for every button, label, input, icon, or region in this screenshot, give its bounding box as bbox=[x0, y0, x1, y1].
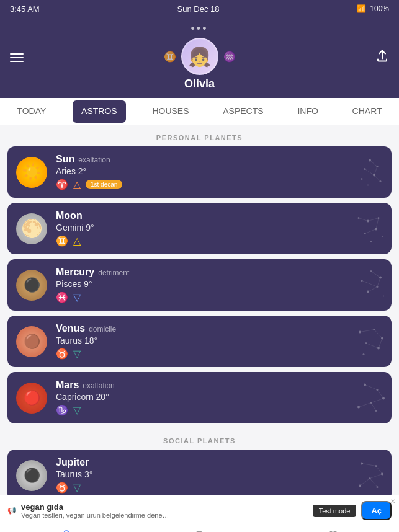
zodiac-signs: ♊ 👧 ♒ bbox=[164, 38, 236, 75]
constellation-mercury bbox=[352, 268, 387, 302]
symbol-taurus2: ♉ bbox=[56, 482, 68, 494]
tab-bar: TODAY ASTROS HOUSES ASPECTS INFO CHART bbox=[0, 98, 399, 125]
svg-line-31 bbox=[368, 286, 377, 291]
ad-close-icon[interactable]: ✕ bbox=[390, 498, 395, 505]
status-bar: 3:45 AM Sun Dec 18 📶 100% bbox=[0, 0, 399, 17]
svg-point-6 bbox=[367, 184, 369, 185]
planet-icon-venus: 🟤 bbox=[16, 326, 47, 357]
svg-line-61 bbox=[370, 474, 382, 478]
symbol-pisces: ♓ bbox=[56, 291, 68, 303]
constellation-jupiter bbox=[352, 458, 387, 492]
share-button[interactable] bbox=[375, 50, 389, 66]
bottom-nav-social[interactable]: Social bbox=[266, 529, 399, 532]
ad-cta-button[interactable]: Aç bbox=[361, 501, 392, 520]
svg-point-37 bbox=[363, 353, 365, 355]
planet-position-moon: Gemini 9° bbox=[56, 223, 383, 233]
planet-position-venus: Taurus 18° bbox=[56, 335, 383, 345]
header-center: ••• ♊ 👧 ♒ Olivia bbox=[164, 22, 236, 91]
symbol-capricorn: ♑ bbox=[56, 404, 68, 416]
svg-line-49 bbox=[377, 389, 383, 398]
tab-chart[interactable]: CHART bbox=[344, 98, 391, 125]
bottom-nav-charts[interactable]: Charts bbox=[133, 529, 266, 532]
planet-icon-mercury: ⚫ bbox=[16, 270, 47, 301]
tab-houses[interactable]: HOUSES bbox=[143, 98, 197, 125]
svg-line-9 bbox=[365, 169, 374, 175]
planet-qualifier-venus: domicile bbox=[89, 325, 116, 334]
symbol-earth: ▽ bbox=[73, 348, 81, 360]
planet-name-moon: Moon bbox=[56, 210, 83, 221]
status-time: 3:45 AM bbox=[10, 4, 40, 14]
planet-position-sun: Aries 2° bbox=[56, 166, 383, 176]
planet-card-mercury[interactable]: ⚫ Mercury detriment Pisces 9° ♓ ▽ bbox=[7, 259, 392, 311]
avatar[interactable]: 👧 bbox=[181, 38, 218, 75]
planet-icon-jupiter: ⚫ bbox=[16, 460, 47, 491]
bottom-nav-profile[interactable]: Profile bbox=[0, 529, 133, 532]
svg-line-50 bbox=[371, 398, 383, 402]
planet-symbols-jupiter: ♉ ▽ bbox=[56, 482, 383, 494]
svg-line-40 bbox=[379, 338, 382, 348]
svg-point-27 bbox=[383, 295, 384, 296]
planet-position-jupiter: Taurus 3° bbox=[56, 469, 383, 479]
section-personal-label: PERSONAL PLANETS bbox=[7, 125, 392, 146]
svg-line-39 bbox=[374, 329, 382, 338]
planet-icon-sun: ☀️ bbox=[16, 157, 47, 188]
svg-line-41 bbox=[366, 343, 379, 348]
planet-card-moon[interactable]: 🌕 Moon Gemini 9° ♊ △ bbox=[7, 203, 392, 254]
planet-symbols-moon: ♊ △ bbox=[56, 235, 383, 247]
charts-icon bbox=[192, 529, 206, 532]
planet-icon-moon: 🌕 bbox=[16, 213, 47, 244]
ad-test-badge: Test mode bbox=[313, 505, 357, 517]
planet-icon-mars: 🔴 bbox=[16, 383, 47, 414]
svg-line-19 bbox=[368, 218, 379, 221]
planet-name-venus: Venus bbox=[56, 323, 85, 334]
share-icon bbox=[375, 52, 389, 66]
symbol-fire: △ bbox=[73, 179, 81, 190]
tab-aspects[interactable]: ASPECTS bbox=[214, 98, 272, 125]
symbol-earth3: ▽ bbox=[73, 482, 81, 494]
svg-line-7 bbox=[370, 160, 377, 166]
bottom-nav: Profile Charts Social bbox=[0, 526, 399, 532]
planet-name-mercury: Mercury bbox=[56, 267, 94, 278]
ad-title: vegan gıda bbox=[21, 502, 308, 512]
symbol-water: ▽ bbox=[73, 291, 81, 303]
svg-line-18 bbox=[359, 218, 368, 221]
tab-astros[interactable]: ASTROS bbox=[73, 100, 126, 123]
svg-line-8 bbox=[374, 166, 377, 175]
planet-info-sun: Sun exaltation Aries 2° ♈ △ 1st decan bbox=[56, 154, 383, 190]
menu-button[interactable] bbox=[10, 53, 24, 62]
profile-icon bbox=[60, 529, 73, 532]
svg-line-10 bbox=[374, 175, 380, 181]
symbol-air: △ bbox=[73, 235, 81, 247]
svg-point-17 bbox=[370, 241, 372, 242]
planet-name-sun: Sun bbox=[56, 154, 74, 165]
symbol-gemini: ♊ bbox=[56, 235, 68, 247]
svg-line-52 bbox=[371, 402, 376, 410]
header: ••• ♊ 👧 ♒ Olivia bbox=[0, 17, 399, 98]
planet-card-sun[interactable]: ☀️ Sun exaltation Aries 2° ♈ △ 1st decan bbox=[7, 146, 392, 198]
svg-line-48 bbox=[365, 384, 377, 389]
ad-indicator: 📢 bbox=[7, 507, 16, 515]
planet-info-mercury: Mercury detriment Pisces 9° ♓ ▽ bbox=[56, 267, 383, 303]
planet-info-mars: Mars exaltation Capricorn 20° ♑ ▽ bbox=[56, 379, 383, 416]
tab-info[interactable]: INFO bbox=[289, 98, 326, 125]
svg-line-62 bbox=[360, 478, 370, 485]
svg-point-16 bbox=[382, 236, 383, 237]
section-social-label: SOCIAL PLANETS bbox=[7, 428, 392, 450]
ad-text-block: vegan gıda Vegan testleri, vegan ürün be… bbox=[21, 502, 308, 519]
svg-line-20 bbox=[376, 218, 379, 229]
battery-level: 100% bbox=[370, 4, 389, 13]
ad-banner: 📢 vegan gıda Vegan testleri, vegan ürün … bbox=[0, 495, 399, 526]
planet-qualifier-sun: exaltation bbox=[78, 156, 110, 164]
svg-line-30 bbox=[362, 280, 377, 286]
tab-today[interactable]: TODAY bbox=[8, 98, 55, 125]
constellation-sun bbox=[352, 155, 387, 189]
svg-line-63 bbox=[370, 478, 377, 487]
planet-card-jupiter[interactable]: ⚫ Jupiter Taurus 3° ♉ ▽ bbox=[7, 450, 392, 495]
constellation-venus bbox=[352, 324, 387, 358]
dots-menu[interactable]: ••• bbox=[191, 22, 208, 35]
planet-card-mars[interactable]: 🔴 Mars exaltation Capricorn 20° ♑ ▽ bbox=[7, 372, 392, 423]
status-date: Sun Dec 18 bbox=[177, 4, 220, 14]
planet-name-jupiter: Jupiter bbox=[56, 457, 89, 468]
constellation-mars bbox=[352, 381, 387, 415]
planet-card-venus[interactable]: 🟤 Venus domicile Taurus 18° ♉ ▽ bbox=[7, 316, 392, 367]
